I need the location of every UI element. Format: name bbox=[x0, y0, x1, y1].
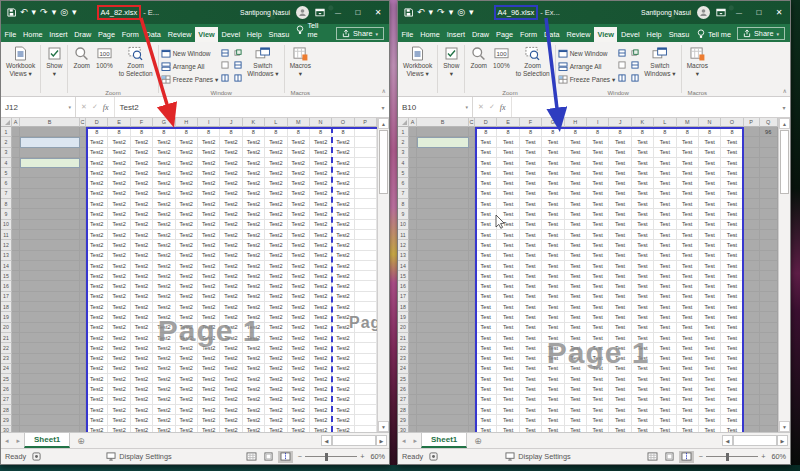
cell-O7[interactable]: Test bbox=[721, 189, 743, 199]
cell-G10[interactable]: Test bbox=[542, 220, 564, 230]
show-button[interactable]: Show▾ bbox=[43, 44, 65, 79]
cell-N27[interactable]: Test bbox=[699, 395, 721, 405]
cell-B14[interactable] bbox=[417, 261, 469, 271]
cell-A5[interactable] bbox=[12, 168, 20, 178]
cell-J5[interactable]: Test bbox=[609, 168, 631, 178]
cell-J3[interactable]: Test bbox=[609, 148, 631, 158]
redo-icon[interactable]: ↷ bbox=[437, 8, 445, 17]
cell-P12[interactable] bbox=[355, 240, 377, 250]
cell-G25[interactable]: Test bbox=[542, 374, 564, 384]
cell-L24[interactable]: Test2 bbox=[265, 364, 287, 374]
row-header-8[interactable]: 8 bbox=[398, 199, 409, 209]
cell-N14[interactable]: Test2 bbox=[310, 261, 332, 271]
cell-N1[interactable]: 8 bbox=[699, 127, 721, 137]
arrange-all-button[interactable]: Arrange All bbox=[558, 60, 616, 73]
cell-E20[interactable]: Test bbox=[497, 323, 519, 333]
cell-A28[interactable] bbox=[12, 405, 20, 415]
cell-M5[interactable]: Test2 bbox=[288, 168, 310, 178]
cell-D22[interactable]: Test2 bbox=[86, 343, 108, 353]
cell-M26[interactable]: Test bbox=[677, 384, 699, 394]
cell-I3[interactable]: Test2 bbox=[198, 148, 220, 158]
cell-K2[interactable]: Test bbox=[632, 137, 654, 147]
row-header-11[interactable]: 11 bbox=[1, 230, 12, 240]
cell-D8[interactable]: Test2 bbox=[86, 199, 108, 209]
cell-I16[interactable]: Test2 bbox=[198, 281, 220, 291]
scroll-down-icon[interactable]: ▼ bbox=[779, 421, 790, 432]
cell-B24[interactable] bbox=[20, 364, 80, 374]
cell-I2[interactable]: Test2 bbox=[198, 137, 220, 147]
reset-position-button[interactable] bbox=[629, 72, 640, 83]
cell-M2[interactable]: Test2 bbox=[288, 137, 310, 147]
cell-O17[interactable]: Test2 bbox=[332, 292, 354, 302]
cell-O24[interactable]: Test bbox=[721, 364, 743, 374]
horizontal-scrollbar[interactable]: ◀▶ bbox=[321, 433, 389, 448]
cell-D3[interactable]: Test2 bbox=[86, 148, 108, 158]
cancel-icon[interactable]: ✕ bbox=[478, 103, 484, 111]
cell-I30[interactable]: Test2 bbox=[198, 426, 220, 432]
cell-O11[interactable]: Test bbox=[721, 230, 743, 240]
cell-F2[interactable]: Test2 bbox=[131, 137, 153, 147]
cell-I25[interactable]: Test2 bbox=[198, 374, 220, 384]
cell-J22[interactable]: Test bbox=[609, 343, 631, 353]
cell-E25[interactable]: Test2 bbox=[108, 374, 130, 384]
cell-B11[interactable] bbox=[20, 230, 80, 240]
cell-F14[interactable]: Test bbox=[520, 261, 542, 271]
cell-N17[interactable]: Test2 bbox=[310, 292, 332, 302]
cell-N15[interactable]: Test2 bbox=[310, 271, 332, 281]
cell-M10[interactable]: Test bbox=[677, 220, 699, 230]
cell-A5[interactable] bbox=[409, 168, 417, 178]
cell-A3[interactable] bbox=[409, 148, 417, 158]
cell-E3[interactable]: Test2 bbox=[108, 148, 130, 158]
cell-P3[interactable] bbox=[744, 148, 760, 158]
zoom-thumb[interactable] bbox=[726, 453, 729, 461]
cell-B27[interactable] bbox=[20, 395, 80, 405]
cell-D22[interactable]: Test bbox=[475, 343, 497, 353]
cell-A11[interactable] bbox=[12, 230, 20, 240]
cell-O23[interactable]: Test bbox=[721, 354, 743, 364]
cell-A8[interactable] bbox=[12, 199, 20, 209]
cell-K16[interactable]: Test bbox=[632, 281, 654, 291]
column-header-K[interactable]: K bbox=[632, 118, 654, 127]
cell-M7[interactable]: Test bbox=[677, 189, 699, 199]
macros-button[interactable]: Macros▾ bbox=[287, 44, 314, 79]
cell-D26[interactable]: Test bbox=[475, 384, 497, 394]
tab-file[interactable]: File bbox=[1, 27, 20, 42]
cell-E2[interactable]: Test2 bbox=[108, 137, 130, 147]
cell-Q29[interactable] bbox=[760, 415, 778, 425]
column-header-P[interactable]: P bbox=[355, 118, 377, 127]
cell-K18[interactable]: Test bbox=[632, 302, 654, 312]
cell-N2[interactable]: Test2 bbox=[310, 137, 332, 147]
cell-A9[interactable] bbox=[12, 209, 20, 219]
cell-H10[interactable]: Test2 bbox=[176, 220, 198, 230]
zoom-to-selection-button[interactable]: Zoomto Selection bbox=[116, 44, 156, 79]
cell-Q11[interactable] bbox=[760, 230, 778, 240]
cell-A27[interactable] bbox=[12, 395, 20, 405]
cell-G16[interactable]: Test bbox=[542, 281, 564, 291]
row-header-24[interactable]: 24 bbox=[398, 364, 409, 374]
cell-M8[interactable]: Test2 bbox=[288, 199, 310, 209]
cell-J20[interactable]: Test bbox=[609, 323, 631, 333]
cell-H22[interactable]: Test bbox=[565, 343, 587, 353]
cell-M11[interactable]: Test bbox=[677, 230, 699, 240]
cell-G18[interactable]: Test2 bbox=[153, 302, 175, 312]
cell-B28[interactable] bbox=[20, 405, 80, 415]
cell-J25[interactable]: Test2 bbox=[220, 374, 242, 384]
cell-K20[interactable]: Test bbox=[632, 323, 654, 333]
cell-I23[interactable]: Test2 bbox=[198, 354, 220, 364]
cell-D27[interactable]: Test2 bbox=[86, 395, 108, 405]
cell-G2[interactable]: Test bbox=[542, 137, 564, 147]
cell-H2[interactable]: Test bbox=[565, 137, 587, 147]
cell-M16[interactable]: Test2 bbox=[288, 281, 310, 291]
cell-O20[interactable]: Test bbox=[721, 323, 743, 333]
cell-G19[interactable]: Test2 bbox=[153, 312, 175, 322]
cell-E27[interactable]: Test bbox=[497, 395, 519, 405]
cell-I22[interactable]: Test bbox=[587, 343, 609, 353]
cell-F15[interactable]: Test bbox=[520, 271, 542, 281]
tab-help[interactable]: Help bbox=[243, 27, 265, 42]
zoom-thumb[interactable] bbox=[325, 453, 328, 461]
cell-B23[interactable] bbox=[20, 354, 80, 364]
row-header-1[interactable]: 1 bbox=[1, 127, 12, 137]
cell-P16[interactable] bbox=[744, 281, 760, 291]
cell-E15[interactable]: Test bbox=[497, 271, 519, 281]
column-header-J[interactable]: J bbox=[220, 118, 242, 127]
